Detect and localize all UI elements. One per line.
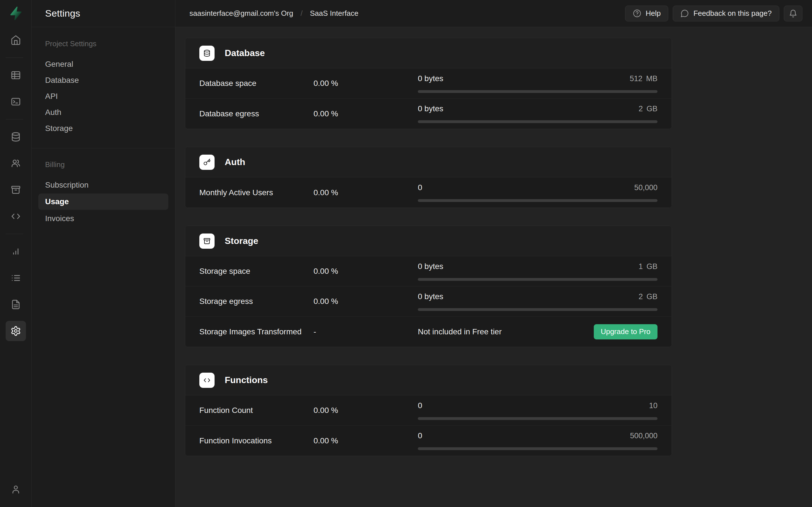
rail-item-table-editor[interactable] (6, 65, 26, 86)
sidebar-heading-project-settings: Project Settings (32, 40, 175, 48)
row-used-value: 0 (418, 401, 422, 410)
rail-divider (6, 57, 23, 58)
rail-item-storage[interactable] (6, 180, 26, 200)
sidebar-item-general[interactable]: General (32, 56, 175, 72)
usage-progress-bar (418, 120, 658, 123)
row-percent: 0.00 % (313, 406, 418, 415)
rail-group (6, 30, 26, 50)
sidebar-item-database[interactable]: Database (32, 72, 175, 88)
main-area: saasinterface@gmail.com's Org / SaaS Int… (175, 0, 812, 507)
row-limit-value: 2GB (639, 292, 658, 301)
row-limit-value: 10 (649, 401, 658, 410)
card-header-storage: Storage (185, 226, 672, 256)
row-usage: 0 10 (418, 400, 658, 420)
upgrade-to-pro-button[interactable]: Upgrade to Pro (594, 324, 658, 339)
feedback-button-label: Feedback on this page? (693, 9, 772, 18)
sidebar-item-auth[interactable]: Auth (32, 104, 175, 120)
rail-group (6, 241, 26, 341)
bar-chart-icon (10, 246, 21, 257)
topbar-actions: Help Feedback on this page? (625, 6, 802, 21)
usage-content: Database Database space 0.00 % 0 bytes 5… (175, 27, 812, 474)
page-title: Settings (45, 8, 80, 19)
rail-group (6, 127, 26, 226)
rail-item-home[interactable] (6, 30, 26, 50)
sidebar-item-subscription[interactable]: Subscription (32, 177, 175, 193)
card-title-database: Database (225, 48, 265, 58)
row-limit-unit: MB (646, 74, 658, 83)
bell-icon (789, 9, 798, 18)
usage-row-storage-egress: Storage egress 0.00 % 0 bytes 2GB (185, 286, 672, 317)
feedback-button[interactable]: Feedback on this page? (673, 6, 779, 21)
usage-progress-bar (418, 447, 658, 450)
help-button[interactable]: Help (625, 6, 668, 21)
help-button-label: Help (646, 9, 661, 18)
code-icon (199, 373, 214, 388)
list-icon (10, 273, 21, 283)
table-icon (10, 70, 21, 80)
usage-card-database: Database Database space 0.00 % 0 bytes 5… (185, 38, 672, 129)
row-label: Function Count (199, 406, 313, 415)
rail-item-authentication[interactable] (6, 153, 26, 173)
usage-row-monthly-active-users: Monthly Active Users 0.00 % 0 50,000 (185, 177, 672, 208)
sidebar-item-storage[interactable]: Storage (32, 120, 175, 136)
sidebar-header: Settings (32, 0, 175, 27)
row-usage: 0 bytes 1GB (418, 262, 658, 281)
icon-rail (0, 0, 32, 507)
gear-icon (10, 326, 21, 336)
row-limit-value: 512MB (629, 74, 658, 83)
terminal-icon (10, 96, 21, 107)
sidebar-heading-billing: Billing (32, 160, 175, 169)
supabase-bolt-icon (8, 6, 23, 20)
rail-item-edge-functions[interactable] (6, 206, 26, 226)
row-percent: 0.00 % (313, 436, 418, 445)
card-header-database: Database (185, 38, 672, 68)
usage-card-functions: Functions Function Count 0.00 % 0 10 Fun… (185, 365, 672, 456)
sidebar-nav: Project SettingsGeneralDatabaseAPIAuthSt… (32, 27, 175, 226)
card-title-storage: Storage (225, 236, 258, 246)
rail-item-sql-editor[interactable] (6, 92, 26, 112)
row-used-value: 0 bytes (418, 74, 443, 83)
notifications-button[interactable] (784, 6, 802, 21)
database-icon (199, 46, 214, 61)
row-label: Storage space (199, 267, 313, 276)
help-circle-icon (633, 9, 642, 18)
breadcrumb: saasinterface@gmail.com's Org / SaaS Int… (190, 9, 358, 18)
row-usage: 0 50,000 (418, 182, 658, 203)
row-label: Database egress (199, 109, 313, 118)
rail-item-profile[interactable] (6, 480, 26, 500)
row-used-value: 0 bytes (418, 292, 443, 301)
file-icon (10, 299, 21, 310)
home-icon (10, 35, 21, 45)
rail-item-database[interactable] (6, 127, 26, 147)
row-used-value: 0 bytes (418, 104, 443, 113)
row-used-value: 0 (418, 431, 422, 440)
sidebar-item-usage[interactable]: Usage (38, 193, 168, 210)
row-usage: 0 bytes 2GB (418, 291, 658, 312)
row-usage: 0 bytes 512MB (418, 73, 658, 94)
row-limit-value: 2GB (639, 105, 658, 113)
database-icon (10, 131, 21, 142)
sidebar-item-api[interactable]: API (32, 88, 175, 104)
row-percent: 0.00 % (313, 109, 418, 118)
sidebar-item-invoices[interactable]: Invoices (32, 210, 175, 226)
row-label: Monthly Active Users (199, 188, 313, 197)
rail-item-docs[interactable] (6, 294, 26, 315)
usage-progress-bar (418, 278, 658, 281)
rail-group (6, 65, 26, 112)
row-percent: - (313, 327, 418, 336)
card-header-auth: Auth (185, 147, 672, 177)
usage-card-storage: Storage Storage space 0.00 % 0 bytes 1GB… (185, 226, 672, 347)
rail-item-reports[interactable] (6, 241, 26, 262)
row-limit-value: 50,000 (634, 183, 658, 192)
supabase-logo[interactable] (8, 5, 24, 21)
usage-progress-bar (418, 90, 658, 93)
key-icon (199, 155, 214, 170)
breadcrumb-org[interactable]: saasinterface@gmail.com's Org (190, 9, 293, 18)
row-label: Database space (199, 79, 313, 88)
breadcrumb-project[interactable]: SaaS Interface (310, 9, 358, 18)
rail-divider (6, 234, 23, 234)
rail-item-logs[interactable] (6, 268, 26, 288)
row-used-value: 0 bytes (418, 262, 443, 271)
row-limit-value: 500,000 (630, 432, 658, 440)
rail-item-settings[interactable] (6, 321, 26, 341)
